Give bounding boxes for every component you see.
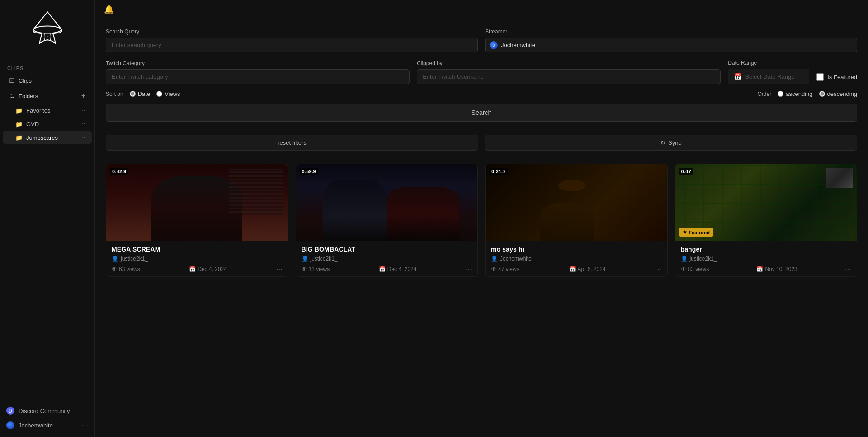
calendar-icon: 📅: [734, 73, 741, 80]
folders-label: Folders: [19, 93, 78, 100]
clip-author-1: justice2k1_: [311, 256, 338, 262]
folder-gvd-label: GVD: [26, 121, 75, 128]
date-range-label: Date Range: [728, 60, 809, 66]
search-query-input[interactable]: [106, 38, 478, 52]
clip-meta-1: 👤 justice2k1_: [302, 256, 472, 262]
folder-jumpscares[interactable]: 📁 Jumpscares ⋯: [3, 131, 92, 144]
filter-row-2: Twitch Category Clipped by Date Range 📅 …: [106, 59, 857, 84]
clip-author-3: justice2k1_: [690, 256, 717, 262]
streamer-input-wrapper: J: [485, 38, 857, 52]
sort-date-label[interactable]: Date: [130, 90, 150, 97]
filter-area: Search Query Streamer J Twitch Category …: [95, 19, 868, 128]
discord-label: Discord Community: [19, 408, 88, 414]
clip-thumbnail-1: 0:59.9: [296, 164, 478, 241]
clip-title-1: BIG BOMBACLAT: [302, 246, 472, 253]
clip-meta-0: 👤 justice2k1_: [112, 256, 283, 262]
clip-date-0: 📅 Dec 4, 2024: [189, 266, 227, 272]
order-descending-label[interactable]: descending: [819, 90, 858, 97]
clip-footer-0: 👁 63 views 📅 Dec 4, 2024 ⋯: [112, 266, 283, 273]
clip-thumbnail-3: 0:47 ★ Featured: [675, 164, 857, 241]
clip-footer-3: 👁 83 views 📅 Nov 10, 2023 ⋯: [681, 266, 852, 273]
user-item[interactable]: Jochemwhite ⋯: [0, 418, 94, 432]
clip-menu-3[interactable]: ⋯: [845, 266, 851, 273]
clip-title-0: MEGA SCREAM: [112, 246, 283, 253]
user-label: Jochemwhite: [19, 422, 78, 429]
sync-icon: ↻: [660, 139, 665, 146]
clips-grid: 0:42.9 MEGA SCREAM 👤 justice2k1_ 👁 63 vi…: [95, 157, 868, 283]
sort-on-label: Sort on: [106, 91, 123, 97]
clip-menu-0[interactable]: ⋯: [276, 266, 283, 273]
eye-icon-1: 👁: [302, 266, 307, 272]
date-range-group: Date Range 📅 Select Date Range: [728, 60, 809, 84]
sort-left: Sort on Date Views: [106, 90, 180, 97]
order-ascending-radio[interactable]: [778, 91, 783, 97]
folder-icon: 📁: [15, 134, 23, 141]
clip-info-0: MEGA SCREAM 👤 justice2k1_ 👁 63 views 📅 D…: [106, 241, 288, 276]
cal-icon-0: 📅: [189, 266, 196, 272]
twitch-category-input[interactable]: [106, 69, 410, 84]
discord-avatar: D: [6, 407, 14, 415]
folder-favorites-menu[interactable]: ⋯: [79, 107, 85, 114]
clip-card-0[interactable]: 0:42.9 MEGA SCREAM 👤 justice2k1_ 👁 63 vi…: [106, 164, 288, 277]
sort-date-radio[interactable]: [130, 91, 136, 97]
sync-button[interactable]: ↻ Sync: [485, 135, 857, 151]
sort-right: Order ascending descending: [758, 90, 857, 97]
user-menu-dots[interactable]: ⋯: [82, 422, 88, 429]
sidebar-bottom: D Discord Community Jochemwhite ⋯: [0, 399, 94, 437]
clip-info-2: mo says hi 👤 Jochemwhite 👁 47 views 📅 Ap…: [486, 241, 667, 276]
search-button[interactable]: Search: [106, 104, 857, 122]
folders-icon: 🗂: [9, 93, 15, 100]
sort-views-radio[interactable]: [156, 91, 162, 97]
cal-icon-1: 📅: [379, 266, 386, 272]
folder-jumpscares-menu[interactable]: ⋯: [79, 134, 85, 141]
clip-views-3: 👁 83 views: [681, 266, 709, 272]
sort-views-label[interactable]: Views: [156, 90, 180, 97]
streamer-avatar: J: [490, 41, 498, 49]
sidebar: Clips ⊡ Clips 🗂 Folders + 📁 Favorites ⋯ …: [0, 0, 95, 437]
clip-info-1: BIG BOMBACLAT 👤 justice2k1_ 👁 11 views 📅…: [296, 241, 478, 276]
person-icon-2: 👤: [491, 256, 498, 262]
order-ascending-label[interactable]: ascending: [778, 90, 812, 97]
featured-label: Featured: [689, 230, 710, 235]
streamer-group: Streamer J: [485, 28, 857, 52]
clip-menu-2[interactable]: ⋯: [655, 266, 661, 273]
clip-views-0: 👁 63 views: [112, 266, 140, 272]
clip-meta-3: 👤 justice2k1_: [681, 256, 852, 262]
sidebar-item-clips-label: Clips: [19, 77, 85, 84]
reset-filters-button[interactable]: reset filters: [106, 135, 478, 151]
notifications-bell-icon[interactable]: 🔔: [104, 5, 114, 14]
twitch-category-label: Twitch Category: [106, 60, 410, 66]
folder-favorites[interactable]: 📁 Favorites ⋯: [3, 104, 92, 117]
is-featured-checkbox[interactable]: [816, 73, 824, 81]
sidebar-item-clips[interactable]: ⊡ Clips: [3, 73, 92, 88]
clip-card-1[interactable]: 0:59.9 BIG BOMBACLAT 👤 justice2k1_ 👁 11 …: [296, 164, 478, 277]
clip-card-2[interactable]: 0:21.7 mo says hi 👤 Jochemwhite 👁 47 vie…: [485, 164, 668, 277]
sort-row: Sort on Date Views Order ascending: [106, 90, 857, 97]
clip-card-3[interactable]: 0:47 ★ Featured banger 👤 justice2k1_ 👁 8…: [675, 164, 858, 277]
sort-date-text: Date: [138, 90, 150, 97]
clip-views-2: 👁 47 views: [491, 266, 519, 272]
clipped-by-input[interactable]: [417, 69, 721, 84]
folder-gvd[interactable]: 📁 GVD ⋯: [3, 118, 92, 130]
clip-title-3: banger: [681, 246, 852, 253]
streamer-input[interactable]: [485, 38, 857, 52]
is-featured-wrapper: Is Featured: [816, 70, 857, 84]
star-icon: ★: [683, 229, 687, 235]
add-folder-button[interactable]: +: [81, 92, 85, 100]
folder-gvd-menu[interactable]: ⋯: [79, 120, 85, 128]
clip-footer-1: 👁 11 views 📅 Dec 4, 2024 ⋯: [302, 266, 472, 273]
clip-menu-1[interactable]: ⋯: [466, 266, 472, 273]
clip-date-2: 📅 Apr 6, 2024: [569, 266, 606, 272]
clip-date-3: 📅 Nov 10, 2023: [756, 266, 797, 272]
date-range-picker[interactable]: 📅 Select Date Range: [728, 69, 809, 84]
discord-community-item[interactable]: D Discord Community: [0, 404, 94, 418]
featured-badge: ★ Featured: [679, 228, 713, 237]
clip-title-2: mo says hi: [491, 246, 662, 253]
twitch-category-group: Twitch Category: [106, 60, 410, 84]
eye-icon-3: 👁: [681, 266, 686, 272]
sidebar-folders-header: 🗂 Folders +: [3, 89, 92, 103]
date-range-placeholder: Select Date Range: [745, 73, 794, 80]
streamer-label: Streamer: [485, 28, 857, 35]
order-descending-radio[interactable]: [819, 91, 825, 97]
is-featured-group: Is Featured: [816, 59, 857, 84]
